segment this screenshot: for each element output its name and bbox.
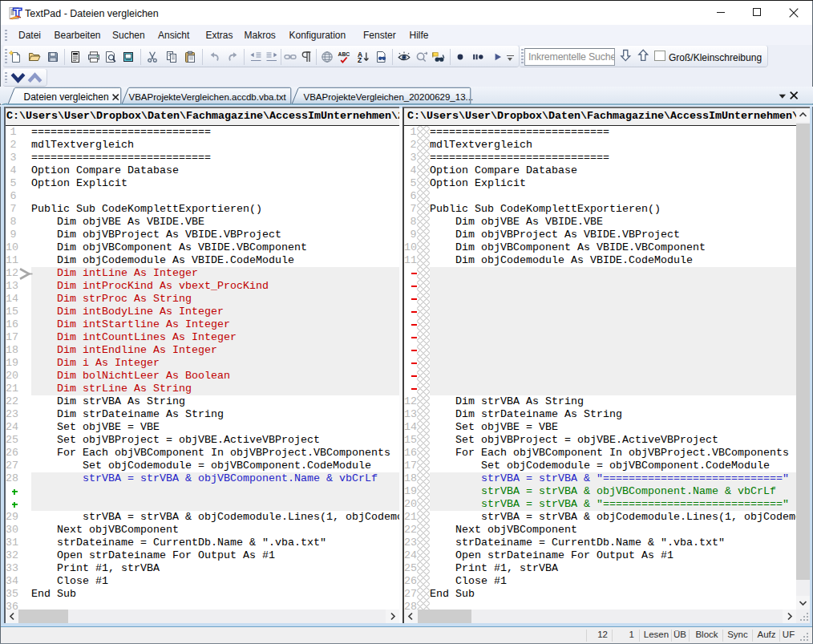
svg-text:VBAProjekteVergleichen_2020062: VBAProjekteVergleichen_20200629_13...: [304, 92, 474, 102]
svg-text:Dateien vergleichen: Dateien vergleichen: [24, 91, 109, 103]
svg-text:VBAProjekteVergleichen.accdb.v: VBAProjekteVergleichen.accdb.vba.txt: [129, 92, 287, 102]
svg-text:ABC: ABC: [338, 51, 350, 57]
svg-text:Z: Z: [358, 56, 362, 63]
